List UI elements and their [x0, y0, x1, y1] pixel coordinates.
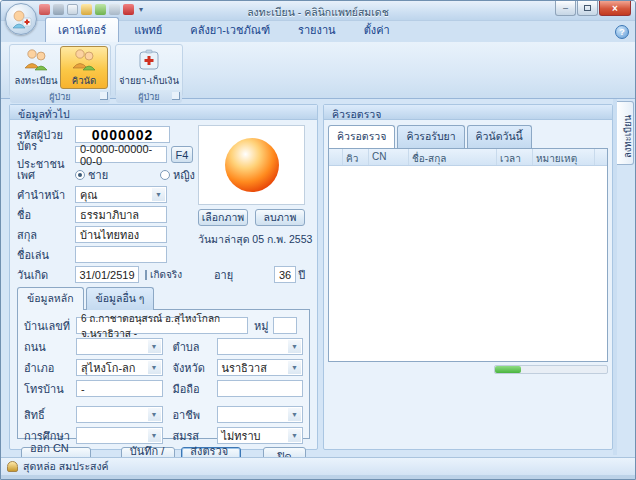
tab-medicine-queue[interactable]: คิวรอรับยา	[397, 125, 464, 148]
queue-scrollbar-thumb[interactable]	[495, 366, 521, 373]
real-birth-label: เกิดจริง	[150, 267, 208, 282]
queue-appointment-button[interactable]: คิวนัด	[60, 46, 108, 89]
sex-label: เพศ	[17, 166, 75, 184]
user-icon	[7, 461, 18, 472]
road-select[interactable]: ▼	[76, 338, 163, 355]
register-side-tab[interactable]: ลงทะเบียน	[617, 101, 634, 165]
occupation-select[interactable]: ▼	[217, 406, 304, 423]
citizen-id-f4-button[interactable]: F4	[171, 146, 193, 163]
queue-table-header: คิว CN ชื่อ-สกุล เวลา หมายเหตุ	[329, 149, 607, 166]
group-footer-patient-1: ผู้ป่วย	[10, 90, 110, 103]
dialog-launcher-icon[interactable]	[100, 92, 108, 100]
tab-reports[interactable]: รายงาน	[285, 17, 349, 42]
tab-main-data[interactable]: ข้อมูลหลัก	[17, 287, 84, 310]
window-bottom-edge	[1, 475, 635, 479]
status-bar: สุดหล่อ สมประสงค์	[1, 457, 635, 475]
column-name[interactable]: ชื่อ-สกุล	[409, 149, 497, 165]
dialog-launcher-icon[interactable]	[172, 92, 180, 100]
chevron-down-icon: ▼	[288, 340, 301, 353]
tab-pharmacy-stock[interactable]: คลังยา-เวชภัณฑ์	[177, 17, 283, 42]
column-cn[interactable]: CN	[369, 149, 409, 165]
tab-settings[interactable]: ตั้งค่า	[351, 17, 403, 42]
nickname-field[interactable]	[75, 246, 167, 263]
name-title-select[interactable]: คุณ ▼	[75, 186, 167, 203]
first-name-field[interactable]: ธรรมาภิบาล	[75, 206, 167, 223]
last-name-field[interactable]: บ้านไทยทอง	[75, 226, 167, 243]
first-name-label: ชื่อ	[17, 206, 75, 224]
mobile-label: มือถือ	[173, 380, 217, 398]
logged-in-user: สุดหล่อ สมประสงค์	[23, 458, 109, 475]
real-birth-checkbox[interactable]	[145, 270, 147, 280]
choose-photo-button[interactable]: เลือกภาพ	[198, 209, 248, 226]
education-select[interactable]: ▼	[76, 427, 163, 444]
register-button[interactable]: ลงทะเบียน	[12, 46, 60, 89]
marital-select[interactable]: ไม่ทราบ ▼	[217, 427, 304, 444]
nickname-label: ชื่อเล่น	[17, 246, 75, 264]
home-phone-label: โทรบ้าน	[24, 380, 76, 398]
column-queue[interactable]: คิว	[343, 149, 369, 165]
detail-tab-bar: ข้อมูลหลัก ข้อมูลอื่น ๆ	[17, 287, 310, 310]
app-menu-button[interactable]	[5, 3, 37, 35]
ribbon-group-patient-2: จ่ายยา-เก็บเงิน ผู้ป่วย	[115, 44, 183, 97]
column-time[interactable]: เวลา	[497, 149, 533, 165]
last-name-label: สกุล	[17, 226, 75, 244]
general-info-header: ข้อมูลทั่วไป	[10, 105, 317, 120]
age-years-field[interactable]: 36	[274, 266, 296, 283]
tab-doctor[interactable]: แพทย์	[121, 17, 175, 42]
queue-panel-header: คิวรอตรวจ	[324, 105, 612, 120]
home-phone-field[interactable]: -	[76, 380, 163, 397]
column-note[interactable]: หมายเหตุ	[533, 149, 595, 165]
sex-male-radio[interactable]	[75, 170, 85, 180]
patients-icon	[23, 48, 49, 72]
address-tab-panel: บ้านเลขที่ 6 ถ.กาชาดอนุสรณ์ อ.สุไหงโกลก …	[17, 309, 310, 439]
rights-select[interactable]: ▼	[76, 406, 163, 423]
birthdate-field[interactable]: 31/01/2519	[75, 266, 139, 283]
mobile-field[interactable]	[217, 380, 304, 397]
chevron-down-icon: ▼	[288, 408, 301, 421]
moo-field[interactable]	[273, 317, 297, 334]
moo-label: หมู่	[254, 317, 269, 335]
chevron-down-icon: ▼	[148, 408, 161, 421]
chevron-down-icon: ▼	[148, 361, 161, 374]
minimize-button[interactable]: –	[555, 1, 576, 16]
patient-id-field[interactable]: 0000002	[75, 126, 170, 143]
first-aid-kit-icon	[137, 48, 161, 72]
house-no-field[interactable]: 6 ถ.กาชาดอนุสรณ์ อ.สุไหงโกลก จ.นราธิวาส …	[76, 317, 248, 334]
sex-male-label: ชาย	[88, 166, 146, 184]
tab-today-appointments[interactable]: คิวนัดวันนี้	[467, 125, 532, 148]
column-spacer	[595, 149, 607, 165]
help-button[interactable]: ?	[615, 25, 629, 39]
subdistrict-select[interactable]: ▼	[217, 338, 304, 355]
group-footer-patient-2: ผู้ป่วย	[116, 90, 182, 103]
subdistrict-label: ตำบล	[173, 338, 217, 356]
ribbon-tab-bar: เคาน์เตอร์ แพทย์ คลังยา-เวชภัณฑ์ รายงาน …	[1, 21, 635, 42]
chevron-down-icon: ▼	[288, 361, 301, 374]
sex-female-radio[interactable]	[160, 170, 170, 180]
citizen-id-field[interactable]: 0-0000-00000-00-0	[75, 146, 167, 163]
chevron-down-icon: ▼	[152, 188, 165, 201]
queue-table-body	[329, 166, 607, 362]
ribbon-group-patient-1: ลงทะเบียน คิวนัด ผู้ป่วย	[9, 44, 111, 97]
queue-tab-bar: คิวรอตรวจ คิวรอรับยา คิวนัดวันนี้	[324, 120, 612, 148]
tab-exam-queue[interactable]: คิวรอตรวจ	[328, 125, 395, 148]
queue-panel: คิวรอตรวจ คิวรอตรวจ คิวรอรับยา คิวนัดวัน…	[323, 104, 613, 450]
birthdate-label: วันเกิด	[17, 266, 75, 284]
column-icon[interactable]	[329, 149, 343, 165]
tab-other-data[interactable]: ข้อมูลอื่น ๆ	[86, 287, 155, 310]
district-select[interactable]: สุไหงโก-ลก ▼	[76, 359, 163, 376]
photo-placeholder-sphere	[225, 138, 279, 192]
chevron-down-icon: ▼	[148, 340, 161, 353]
province-select[interactable]: นราธิวาส ▼	[217, 359, 304, 376]
close-button[interactable]: ×	[599, 1, 631, 16]
delete-photo-button[interactable]: ลบภาพ	[255, 209, 305, 226]
nurse-icon	[10, 8, 32, 30]
queue-scrollbar[interactable]	[494, 365, 608, 374]
maximize-button[interactable]	[577, 1, 598, 16]
app-window: ▾ ลงทะเบียน - คลินิกแพทย์สมเดช – × เคาน์…	[0, 0, 636, 480]
rights-label: สิทธิ์	[24, 406, 76, 424]
tab-counter[interactable]: เคาน์เตอร์	[45, 17, 119, 42]
patient-photo	[198, 125, 305, 205]
house-no-label: บ้านเลขที่	[24, 317, 76, 335]
dispense-billing-button[interactable]: จ่ายยา-เก็บเงิน	[118, 46, 180, 89]
maximize-icon	[584, 5, 591, 11]
